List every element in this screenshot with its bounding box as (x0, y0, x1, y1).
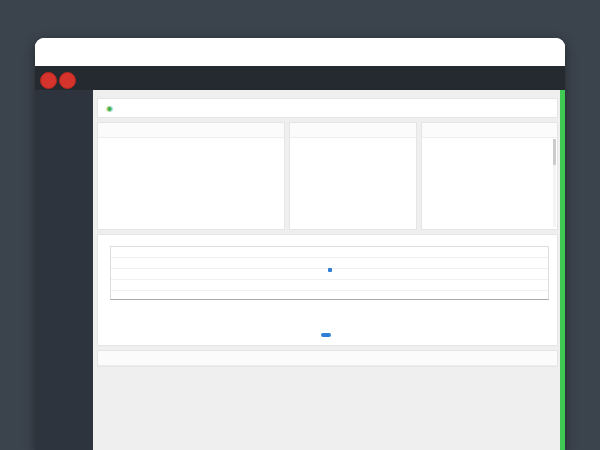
app-header (35, 66, 565, 90)
server-info-panel (97, 350, 558, 367)
system-info-panel (97, 122, 285, 230)
logo-seal-icon (40, 72, 57, 89)
news-scrollbar[interactable] (553, 139, 556, 227)
window-titlebar (35, 38, 565, 66)
admin-app: ◉ (35, 66, 565, 450)
panel-title (290, 123, 416, 138)
chart-legend[interactable] (98, 332, 557, 338)
spider-trend-chart (97, 234, 558, 346)
login-info-panel (289, 122, 417, 230)
data-point[interactable] (328, 268, 332, 272)
app-body: ◉ (35, 90, 565, 450)
logo-seal-icon (59, 72, 76, 89)
info-panels-row (97, 122, 558, 230)
page-scrollbar[interactable] (560, 90, 565, 450)
browser-window: ◉ (35, 38, 565, 450)
news-list (422, 138, 557, 229)
panel-title (98, 123, 284, 138)
welcome-bar: ◉ (97, 98, 558, 118)
status-dot-icon: ◉ (106, 104, 113, 113)
panel-title (422, 123, 557, 138)
legend-marker-icon (321, 333, 331, 337)
chart-plot-area (110, 246, 549, 300)
brand-logo[interactable] (40, 68, 81, 89)
panel-title (98, 351, 557, 366)
news-panel (421, 122, 558, 230)
sidebar-nav (35, 90, 93, 450)
welcome-text (117, 105, 121, 112)
main-content: ◉ (93, 90, 560, 450)
